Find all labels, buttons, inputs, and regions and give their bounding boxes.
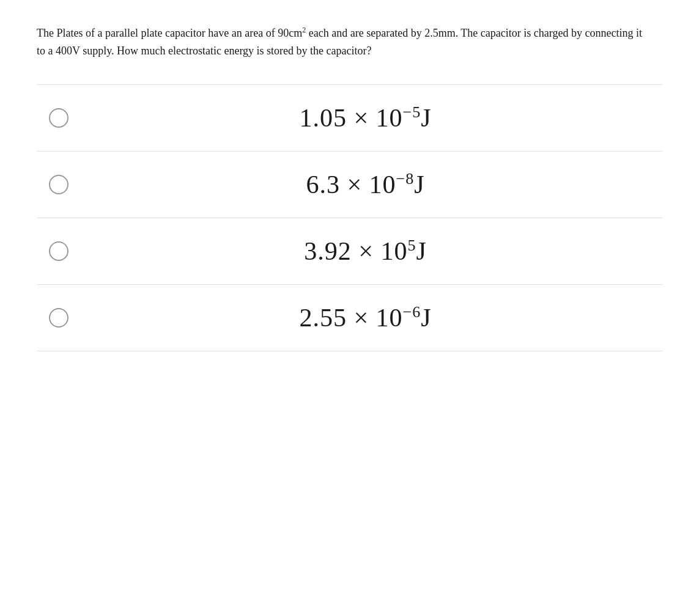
option-formula-c: 3.92 × 105J xyxy=(304,237,427,266)
option-content-b: 6.3 × 10−8J xyxy=(68,170,662,199)
option-formula-a: 1.05 × 10−5J xyxy=(299,103,431,133)
option-row-d[interactable]: 2.55 × 10−6J xyxy=(37,285,662,351)
option-content-d: 2.55 × 10−6J xyxy=(68,303,662,332)
option-formula-b: 6.3 × 10−8J xyxy=(306,170,424,199)
option-row-b[interactable]: 6.3 × 10−8J xyxy=(37,152,662,218)
radio-button-b[interactable] xyxy=(49,175,68,194)
option-row-c[interactable]: 3.92 × 105J xyxy=(37,218,662,285)
radio-button-d[interactable] xyxy=(49,308,68,328)
radio-button-a[interactable] xyxy=(49,108,68,128)
option-formula-d: 2.55 × 10−6J xyxy=(299,303,431,332)
option-content-c: 3.92 × 105J xyxy=(68,237,662,266)
option-content-a: 1.05 × 10−5J xyxy=(68,103,662,133)
options-list: 1.05 × 10−5J 6.3 × 10−8J 3.92 × 105J xyxy=(37,84,662,351)
question-container: The Plates of a parallel plate capacitor… xyxy=(37,24,662,351)
option-row-a[interactable]: 1.05 × 10−5J xyxy=(37,84,662,152)
radio-button-c[interactable] xyxy=(49,241,68,261)
question-text: The Plates of a parallel plate capacitor… xyxy=(37,24,648,60)
